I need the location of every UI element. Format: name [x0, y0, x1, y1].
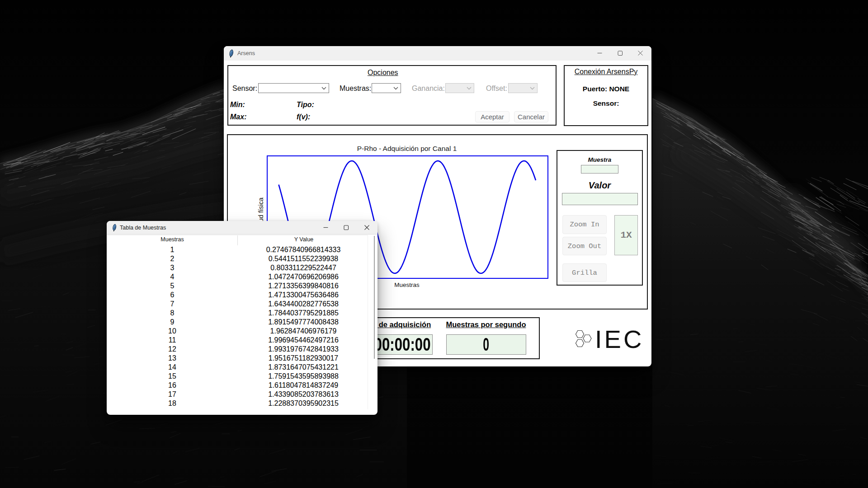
- svg-text:IEC: IEC: [595, 327, 644, 353]
